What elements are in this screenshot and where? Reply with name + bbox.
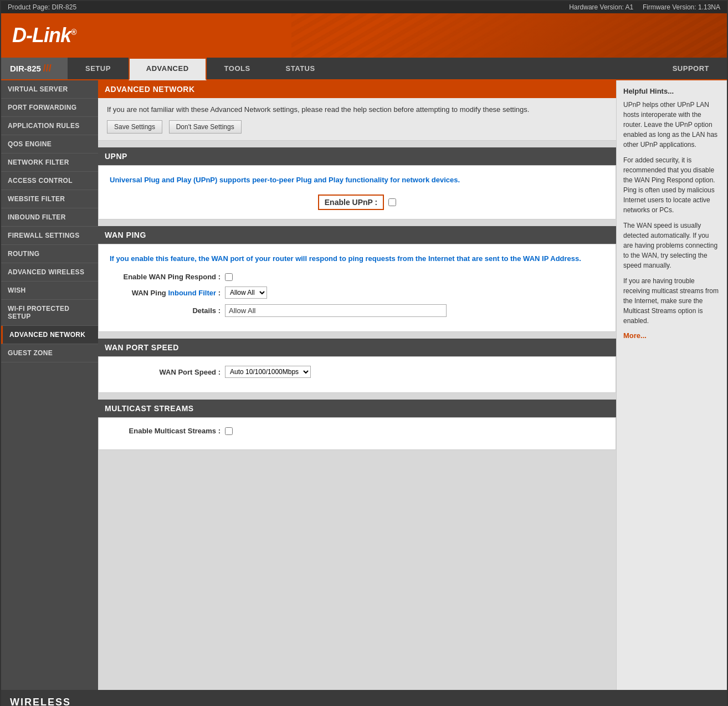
router-slashes: /// xyxy=(43,63,52,74)
main-layout: VIRTUAL SERVER PORT FORWARDING APPLICATI… xyxy=(1,80,727,690)
upnp-description: Universal Plug and Play (UPnP) supports … xyxy=(110,175,604,186)
upnp-section-header: UPNP xyxy=(98,147,616,165)
sidebar-item-application-rules[interactable]: APPLICATION RULES xyxy=(1,117,98,135)
sidebar-item-port-forwarding[interactable]: PORT FORWARDING xyxy=(1,99,98,117)
tab-setup[interactable]: SETUP xyxy=(68,58,129,79)
tab-advanced[interactable]: ADVANCED xyxy=(129,58,207,80)
sidebar-item-website-filter[interactable]: WEBSITE FILTER xyxy=(1,190,98,208)
wan-port-speed-section-content: WAN Port Speed : Auto 10/100/1000Mbps 10… xyxy=(98,356,616,393)
content-area: ADVANCED NETWORK If you are not familiar… xyxy=(98,80,616,690)
helpful-hint-2: For added security, it is recommended th… xyxy=(623,155,720,215)
wan-ping-respond-row: Enable WAN Ping Respond : xyxy=(110,273,604,281)
details-label: Details : xyxy=(110,306,221,315)
version-info: Hardware Version: A1 Firmware Version: 1… xyxy=(569,3,720,11)
wan-ping-inbound-filter-label: WAN Ping Inbound Filter : xyxy=(110,289,221,297)
sidebar-item-inbound-filter[interactable]: INBOUND FILTER xyxy=(1,208,98,227)
upnp-section-content: Universal Plug and Play (UPnP) supports … xyxy=(98,165,616,219)
sidebar-item-qos-engine[interactable]: QOS ENGINE xyxy=(1,135,98,154)
wan-port-speed-label: WAN Port Speed : xyxy=(110,368,221,376)
wan-port-speed-select[interactable]: Auto 10/100/1000Mbps 10Mbps - Half Duple… xyxy=(225,366,311,378)
sidebar: VIRTUAL SERVER PORT FORWARDING APPLICATI… xyxy=(1,80,98,690)
product-label: Product Page: DIR-825 xyxy=(8,3,76,11)
logo: D-Link® xyxy=(12,24,76,47)
wan-ping-description: If you enable this feature, the WAN port… xyxy=(110,253,604,264)
more-link[interactable]: More... xyxy=(623,331,720,340)
sidebar-item-wish[interactable]: WISH xyxy=(1,282,98,300)
sidebar-item-routing[interactable]: ROUTING xyxy=(1,245,98,263)
wan-ping-inbound-filter-row: WAN Ping Inbound Filter : Allow All Deny… xyxy=(110,287,604,299)
wan-ping-section-content: If you enable this feature, the WAN port… xyxy=(98,244,616,332)
multicast-section-content: Enable Multicast Streams : xyxy=(98,417,616,450)
wan-ping-respond-checkbox[interactable] xyxy=(225,273,233,281)
dont-save-settings-button[interactable]: Don't Save Settings xyxy=(169,120,242,134)
save-settings-button[interactable]: Save Settings xyxy=(107,120,162,134)
right-panel: Helpful Hints... UPnP helps other UPnP L… xyxy=(616,80,727,690)
wan-ping-section-header: WAN PING xyxy=(98,226,616,244)
sidebar-item-advanced-network[interactable]: ADVANCED NETWORK xyxy=(1,326,98,344)
sidebar-item-virtual-server[interactable]: VIRTUAL SERVER xyxy=(1,80,98,99)
action-buttons: Save Settings Don't Save Settings xyxy=(107,120,607,134)
sidebar-item-guest-zone[interactable]: GUEST ZONE xyxy=(1,344,98,362)
tab-status[interactable]: STATUS xyxy=(268,58,333,79)
sidebar-item-firewall-settings[interactable]: FIREWALL SETTINGS xyxy=(1,227,98,245)
helpful-hint-4: If you are having trouble receiving mult… xyxy=(623,276,720,326)
multicast-enable-row: Enable Multicast Streams : xyxy=(110,427,604,435)
multicast-enable-label: Enable Multicast Streams : xyxy=(110,427,221,435)
sidebar-item-network-filter[interactable]: NETWORK FILTER xyxy=(1,154,98,172)
top-bar: Product Page: DIR-825 Hardware Version: … xyxy=(1,1,727,13)
info-box: If you are not familiar with these Advan… xyxy=(98,98,616,141)
upnp-enable-row: Enable UPnP : xyxy=(110,195,604,210)
details-input[interactable] xyxy=(225,304,447,317)
multicast-section-header: MULTICAST STREAMS xyxy=(98,400,616,417)
inbound-filter-select[interactable]: Allow All Deny All xyxy=(225,287,267,299)
inbound-filter-link[interactable]: Inbound Filter xyxy=(168,289,216,297)
sidebar-item-wifi-protected-setup[interactable]: WI-FI PROTECTED SETUP xyxy=(1,300,98,326)
multicast-enable-checkbox[interactable] xyxy=(225,427,233,435)
helpful-hint-1: UPnP helps other UPnP LAN hosts interope… xyxy=(623,100,720,150)
tab-support[interactable]: SUPPORT xyxy=(655,58,727,79)
page-title: ADVANCED NETWORK xyxy=(98,80,616,98)
helpful-hint-3: The WAN speed is usually detected automa… xyxy=(623,221,720,270)
sidebar-item-access-control[interactable]: ACCESS CONTROL xyxy=(1,172,98,190)
wan-port-speed-section-header: WAN PORT SPEED xyxy=(98,339,616,356)
header: D-Link® xyxy=(1,13,727,58)
wan-ping-respond-label: Enable WAN Ping Respond : xyxy=(110,273,221,281)
sidebar-item-advanced-wireless[interactable]: ADVANCED WIRELESS xyxy=(1,263,98,282)
bottom-label: WIRELESS xyxy=(10,697,71,706)
tab-tools[interactable]: TOOLS xyxy=(207,58,268,79)
details-row: Details : xyxy=(110,304,604,317)
helpful-hints-title: Helpful Hints... xyxy=(623,87,720,95)
wan-port-speed-row: WAN Port Speed : Auto 10/100/1000Mbps 10… xyxy=(110,366,604,378)
nav-tabs: DIR-825 /// SETUP ADVANCED TOOLS STATUS … xyxy=(1,58,727,80)
bottom-bar: WIRELESS xyxy=(1,690,727,706)
upnp-enable-label: Enable UPnP : xyxy=(318,195,384,210)
upnp-enable-checkbox[interactable] xyxy=(388,198,396,206)
router-model: DIR-825 /// xyxy=(1,58,68,79)
info-text: If you are not familiar with these Advan… xyxy=(107,105,607,115)
